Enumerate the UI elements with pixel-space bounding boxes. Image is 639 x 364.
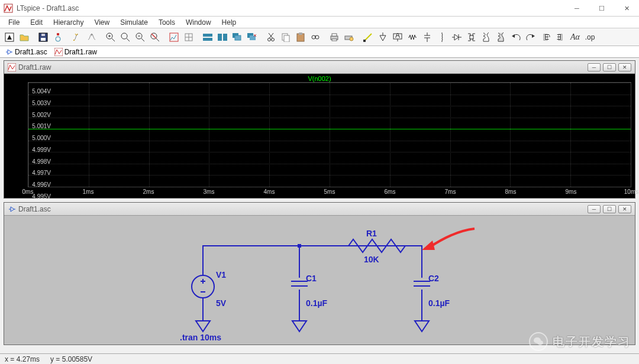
wire[interactable]	[299, 290, 300, 321]
menu-help[interactable]: Help	[217, 17, 241, 28]
mdi-maximize-button[interactable]: ☐	[603, 205, 616, 213]
mdi-close-button[interactable]: ✕	[618, 63, 631, 72]
zoom-out-button[interactable]	[133, 30, 147, 44]
schematic-canvas[interactable]: V1 5V C1 0.1µF R1 10K C2 0.1µF .tran 10m…	[4, 216, 635, 344]
svg-rect-42	[299, 32, 302, 35]
wire[interactable]	[299, 245, 300, 278]
move-button[interactable]	[479, 30, 493, 44]
paste-button[interactable]	[293, 30, 308, 44]
menu-view[interactable]: View	[89, 17, 114, 28]
component-button[interactable]	[464, 30, 479, 44]
component-name[interactable]: R1	[366, 229, 377, 238]
new-schematic-button[interactable]	[2, 30, 17, 44]
svg-point-6	[56, 37, 60, 41]
mdi-minimize-button[interactable]: ─	[588, 205, 601, 213]
ground-icon[interactable]	[414, 320, 430, 333]
menu-edit[interactable]: Edit	[25, 17, 47, 28]
text-button[interactable]: Aα	[568, 30, 582, 44]
svg-rect-40	[284, 35, 289, 42]
wire[interactable]	[202, 245, 204, 275]
component-value[interactable]: 10K	[364, 255, 379, 264]
menu-window[interactable]: Window	[181, 17, 216, 28]
halt-button[interactable]	[85, 30, 99, 44]
x-tick: 4ms	[264, 188, 275, 198]
tile-vert-button[interactable]	[215, 30, 230, 44]
menu-simulate[interactable]: Simulate	[115, 17, 153, 28]
find-button[interactable]	[308, 30, 322, 44]
trace-line[interactable]	[28, 129, 631, 129]
pan-button[interactable]	[118, 30, 133, 44]
resistor-button[interactable]	[405, 30, 419, 44]
spice-directive[interactable]: .tran 10ms	[180, 333, 221, 342]
tab-schematic[interactable]: Draft1.asc	[5, 48, 47, 56]
window-close-button[interactable]: ✕	[614, 0, 639, 17]
component-value[interactable]: 0.1µF	[428, 298, 450, 308]
print-button[interactable]	[327, 30, 341, 44]
undo-button[interactable]	[509, 30, 523, 44]
menu-hierarchy[interactable]: Hierarchy	[49, 17, 88, 28]
component-name[interactable]: C1	[306, 274, 317, 283]
net-node[interactable]	[298, 244, 301, 248]
window-minimize-button[interactable]: ─	[564, 0, 589, 17]
zoom-fit-button[interactable]	[148, 30, 162, 44]
svg-rect-30	[235, 35, 241, 40]
component-name[interactable]: V1	[216, 270, 226, 280]
mdi-minimize-button[interactable]: ─	[588, 63, 601, 72]
menu-tools[interactable]: Tools	[154, 17, 180, 28]
wire[interactable]	[421, 290, 422, 321]
component-value[interactable]: 0.1µF	[306, 298, 327, 308]
inductor-button[interactable]	[435, 30, 449, 44]
print-setup-button[interactable]	[342, 30, 356, 44]
component-name[interactable]: C2	[428, 274, 439, 283]
ground-icon[interactable]	[291, 320, 308, 333]
wire[interactable]	[202, 298, 204, 321]
zoom-in-button[interactable]	[104, 30, 118, 44]
redo-button[interactable]	[524, 30, 538, 44]
run-button[interactable]	[70, 30, 84, 44]
label-net-button[interactable]: A	[390, 30, 405, 44]
x-tick: 9ms	[566, 188, 577, 198]
tile-horiz-button[interactable]	[201, 30, 215, 44]
x-tick: 10ms	[624, 188, 638, 198]
status-x: x = 4.27ms	[5, 355, 40, 363]
window-maximize-button[interactable]: ☐	[589, 0, 614, 17]
diode-button[interactable]	[450, 30, 464, 44]
save-button[interactable]	[36, 30, 50, 44]
capacitor[interactable]	[414, 276, 430, 291]
autorange-button[interactable]	[167, 30, 181, 44]
mdi-maximize-button[interactable]: ☐	[603, 63, 616, 72]
svg-marker-74	[8, 50, 11, 54]
cut-button[interactable]	[264, 30, 278, 44]
ground-icon[interactable]	[195, 320, 211, 333]
drag-button[interactable]	[494, 30, 508, 44]
close-windows-button[interactable]	[245, 30, 259, 44]
wire[interactable]	[337, 245, 342, 246]
control-panel-button[interactable]	[51, 30, 65, 44]
window-title: LTspice - Draft1.asc	[17, 4, 79, 12]
draw-wire-button[interactable]	[361, 30, 375, 44]
trace-label[interactable]: V(n002)	[4, 74, 635, 82]
cascade-button[interactable]	[230, 30, 244, 44]
capacitor[interactable]	[291, 276, 308, 291]
copy-button[interactable]	[279, 30, 293, 44]
svg-line-38	[269, 33, 273, 38]
spice-directive-button[interactable]: .op	[583, 30, 597, 44]
capacitor-button[interactable]	[420, 30, 434, 44]
svg-line-19	[156, 38, 159, 41]
rotate-button[interactable]: E	[538, 30, 553, 44]
tab-waveform[interactable]: Draft1.raw	[54, 48, 97, 56]
svg-rect-4	[41, 38, 46, 41]
mirror-button[interactable]: E	[553, 30, 567, 44]
schematic-icon	[8, 205, 16, 213]
x-tick: 8ms	[505, 188, 517, 198]
svg-point-50	[350, 37, 353, 41]
ground-button[interactable]	[376, 30, 390, 44]
component-value[interactable]: 5V	[216, 298, 226, 308]
setup-button[interactable]	[182, 30, 196, 44]
mdi-close-button[interactable]: ✕	[618, 205, 631, 213]
menu-file[interactable]: File	[4, 17, 24, 28]
open-button[interactable]	[17, 30, 31, 44]
voltage-source[interactable]	[191, 272, 215, 301]
waveform-plot[interactable]: V(n002) 5.004V 5.003V 5.002V 5.001V 5.00…	[4, 74, 635, 198]
resistor[interactable]	[341, 238, 409, 254]
